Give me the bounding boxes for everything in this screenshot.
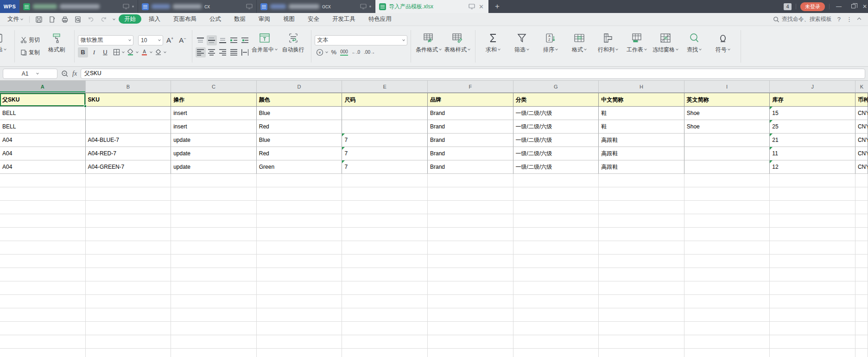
symbol-button[interactable]: 符号 [709, 29, 737, 64]
cell[interactable] [513, 241, 599, 255]
cell[interactable]: insert [171, 107, 257, 120]
cell[interactable]: Brand [428, 160, 513, 174]
cell[interactable] [257, 255, 342, 268]
cell[interactable] [684, 308, 770, 322]
align-right-button[interactable] [218, 47, 228, 57]
minimize-button[interactable]: — [834, 3, 844, 10]
cell[interactable] [171, 214, 257, 228]
column-header-H[interactable]: H [599, 81, 684, 92]
cell[interactable] [171, 201, 257, 214]
cell[interactable] [257, 268, 342, 281]
insert-function-button[interactable]: fx [72, 70, 77, 77]
cell[interactable] [342, 107, 428, 120]
cell[interactable] [770, 228, 855, 241]
cell[interactable] [770, 255, 855, 268]
cell[interactable] [855, 201, 868, 214]
cell[interactable] [684, 134, 770, 147]
cell[interactable]: 12 [770, 160, 855, 174]
cell[interactable] [0, 322, 86, 335]
column-header-I[interactable]: I [684, 81, 770, 92]
cell[interactable]: Brand [428, 147, 513, 160]
cell[interactable]: 高跟鞋 [599, 147, 684, 160]
cell[interactable] [599, 322, 684, 335]
cell[interactable] [171, 281, 257, 295]
cell[interactable] [684, 255, 770, 268]
cell[interactable] [770, 201, 855, 214]
cell[interactable] [428, 322, 513, 335]
eraser-button[interactable] [153, 47, 163, 57]
cell[interactable] [0, 335, 86, 349]
cell[interactable]: 鞋 [599, 120, 684, 134]
cell[interactable]: 分类 [513, 93, 599, 107]
cell[interactable]: A04 [0, 147, 86, 160]
cell[interactable] [855, 187, 868, 201]
cell[interactable] [599, 201, 684, 214]
cell[interactable] [855, 268, 868, 281]
conditional-format-button[interactable]: 条件格式 [414, 29, 443, 64]
cell[interactable]: Brand [428, 107, 513, 120]
align-middle-button[interactable] [207, 35, 217, 45]
align-bottom-button[interactable] [218, 35, 228, 45]
column-header-C[interactable]: C [171, 81, 257, 92]
cell[interactable] [513, 295, 599, 308]
cell[interactable] [428, 349, 513, 357]
cell[interactable] [855, 308, 868, 322]
cell[interactable]: Red [257, 120, 342, 134]
cell[interactable] [684, 241, 770, 255]
cell[interactable]: Brand [428, 120, 513, 134]
cell[interactable]: BELL [0, 120, 86, 134]
cell[interactable] [171, 335, 257, 349]
cell[interactable] [599, 214, 684, 228]
cell[interactable]: Blue [257, 134, 342, 147]
cell[interactable]: 7 [342, 160, 428, 174]
cell[interactable] [770, 335, 855, 349]
cell[interactable]: 英文简称 [684, 93, 770, 107]
cell[interactable] [684, 174, 770, 187]
cell[interactable] [86, 335, 171, 349]
cell[interactable] [855, 295, 868, 308]
cell[interactable]: CNY [855, 147, 868, 160]
cell[interactable] [855, 255, 868, 268]
cell[interactable] [599, 281, 684, 295]
cell[interactable] [770, 295, 855, 308]
cell[interactable] [684, 281, 770, 295]
cell[interactable]: 一级/二级/六级 [513, 147, 599, 160]
cell[interactable] [257, 201, 342, 214]
menu-item-数据[interactable]: 数据 [228, 14, 251, 24]
cell[interactable]: 一级/二级/六级 [513, 134, 599, 147]
thousands-format-button[interactable]: 000 [340, 49, 348, 56]
cell[interactable] [599, 335, 684, 349]
cell[interactable] [428, 228, 513, 241]
worksheet-button[interactable]: 工作表 [622, 29, 651, 64]
menu-item-安全[interactable]: 安全 [302, 14, 325, 24]
cell[interactable] [257, 295, 342, 308]
cell[interactable]: 21 [770, 134, 855, 147]
print-button[interactable] [58, 16, 71, 23]
decrease-font-size-button[interactable]: A− [177, 36, 188, 44]
number-format-select[interactable]: 文本 [315, 35, 407, 45]
cell[interactable] [770, 349, 855, 357]
format-button[interactable]: 格式 [565, 29, 594, 64]
cell[interactable] [257, 281, 342, 295]
cell[interactable]: update [171, 160, 257, 174]
document-tab-2[interactable]: cx [138, 0, 257, 13]
cell[interactable] [428, 174, 513, 187]
cell[interactable] [513, 308, 599, 322]
cell[interactable] [342, 349, 428, 357]
cell[interactable] [770, 187, 855, 201]
cell[interactable]: 一级/二级/六级 [513, 107, 599, 120]
menu-item-页面布局[interactable]: 页面布局 [168, 14, 202, 24]
currency-format-button[interactable]: ¥ [315, 47, 325, 57]
cell[interactable] [171, 241, 257, 255]
italic-button[interactable]: I [89, 47, 99, 57]
cell[interactable] [0, 174, 86, 187]
cell[interactable]: update [171, 134, 257, 147]
align-center-button[interactable] [207, 47, 217, 57]
cell[interactable] [599, 241, 684, 255]
cell[interactable] [599, 228, 684, 241]
cell[interactable] [342, 187, 428, 201]
cell[interactable]: 7 [342, 134, 428, 147]
cell[interactable]: A04-RED-7 [86, 147, 171, 160]
cell[interactable] [86, 228, 171, 241]
paste-button-clipped[interactable]: 粘贴 [0, 29, 11, 64]
